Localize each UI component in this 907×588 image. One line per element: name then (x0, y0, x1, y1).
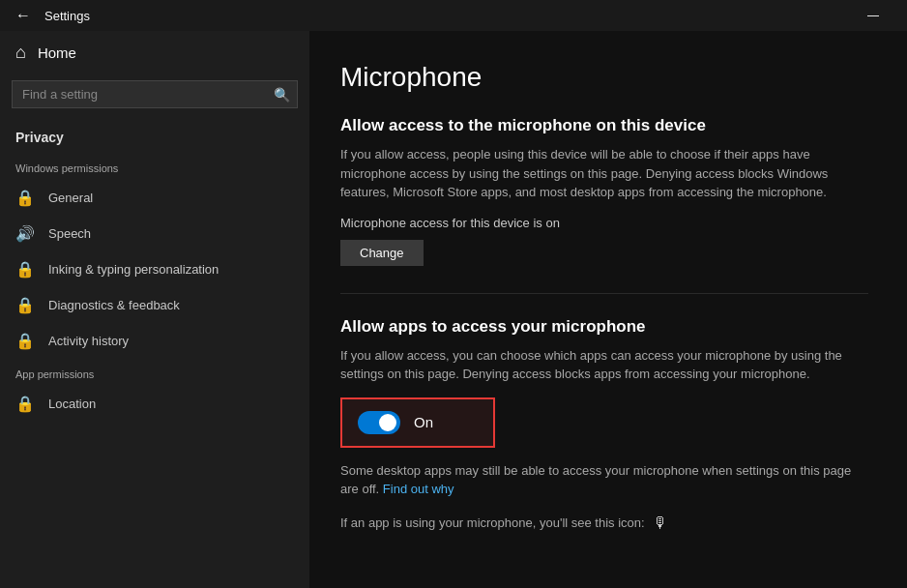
section1-description: If you allow access, people using this d… (340, 145, 868, 202)
minimize-button[interactable]: — (851, 0, 895, 31)
toggle-thumb (379, 414, 396, 431)
find-out-why-link[interactable]: Find out why (383, 482, 454, 496)
titlebar-title: Settings (44, 9, 90, 23)
section2-description: If you allow access, you can choose whic… (340, 346, 868, 384)
location-icon: 🔒 (15, 395, 35, 413)
app-permissions-label: App permissions (0, 359, 309, 386)
content-area: Microphone Allow access to the microphon… (309, 31, 907, 588)
search-icon: 🔍 (274, 87, 290, 103)
speech-icon: 🔊 (15, 224, 35, 243)
windows-permissions-label: Windows permissions (0, 153, 309, 180)
sidebar-item-speech[interactable]: 🔊 Speech (0, 216, 309, 251)
sidebar-item-diagnostics[interactable]: 🔒 Diagnostics & feedback (0, 287, 309, 323)
general-icon: 🔒 (15, 189, 35, 207)
sidebar-item-general-label: General (48, 191, 93, 205)
sidebar-item-diagnostics-label: Diagnostics & feedback (48, 298, 180, 312)
sidebar-home-item[interactable]: ⌂ Home (0, 31, 309, 74)
section1-heading: Allow access to the microphone on this d… (340, 116, 868, 135)
sidebar-item-activity-label: Activity history (48, 334, 129, 348)
sidebar-category-label: Privacy (0, 122, 309, 153)
sidebar-item-speech-label: Speech (48, 226, 91, 241)
activity-icon: 🔒 (15, 332, 35, 350)
change-button[interactable]: Change (340, 240, 424, 266)
sidebar-item-activity[interactable]: 🔒 Activity history (0, 323, 309, 359)
microphone-icon: 🎙 (653, 514, 668, 532)
sidebar-search: 🔍 (12, 80, 298, 108)
search-input[interactable] (12, 80, 298, 108)
home-icon: ⌂ (15, 43, 26, 63)
inking-icon: 🔒 (15, 260, 35, 279)
sidebar-item-general[interactable]: 🔒 General (0, 180, 309, 216)
device-status-text: Microphone access for this device is on (340, 216, 868, 230)
titlebar-controls: — (851, 0, 895, 31)
mic-icon-note-text: If an app is using your microphone, you'… (340, 515, 645, 530)
microphone-toggle[interactable] (358, 411, 400, 434)
titlebar: ← Settings — (0, 0, 907, 31)
mic-icon-note: If an app is using your microphone, you'… (340, 514, 868, 532)
toggle-row: On (340, 397, 495, 448)
sidebar-item-location-label: Location (48, 397, 96, 411)
sidebar-item-inking[interactable]: 🔒 Inking & typing personalization (0, 251, 309, 287)
back-button[interactable]: ← (12, 7, 35, 24)
main-layout: ⌂ Home 🔍 Privacy Windows permissions 🔒 G… (0, 31, 907, 588)
diagnostics-icon: 🔒 (15, 296, 35, 314)
sidebar-home-label: Home (38, 44, 76, 61)
page-title: Microphone (340, 62, 868, 93)
sidebar-item-location[interactable]: 🔒 Location (0, 386, 309, 422)
toggle-track (358, 411, 400, 434)
desktop-apps-note: Some desktop apps may still be able to a… (340, 461, 868, 499)
toggle-label: On (414, 414, 433, 430)
sidebar: ⌂ Home 🔍 Privacy Windows permissions 🔒 G… (0, 31, 309, 588)
section2-heading: Allow apps to access your microphone (340, 317, 868, 337)
section-divider (340, 293, 868, 294)
sidebar-item-inking-label: Inking & typing personalization (48, 262, 219, 277)
